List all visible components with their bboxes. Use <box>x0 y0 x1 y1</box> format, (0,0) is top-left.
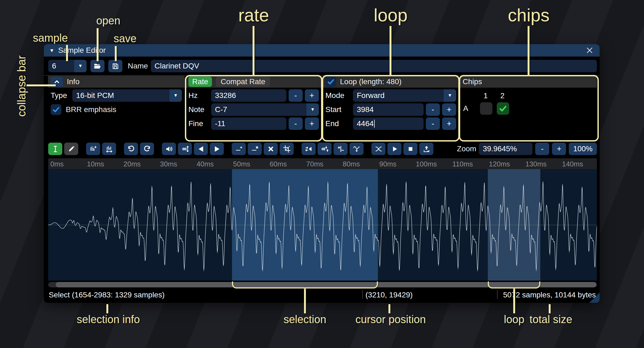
annotation-loop: loop <box>374 5 408 25</box>
timeline[interactable]: 0ms10ms20ms30ms40ms50ms60ms70ms80ms90ms1… <box>48 158 597 169</box>
window-title: Sample Editor <box>58 46 106 55</box>
filter-button[interactable] <box>349 143 364 155</box>
selection-bracket <box>232 281 378 288</box>
annotation-chips-box <box>459 75 599 142</box>
zoom-in-button[interactable]: + <box>552 143 566 155</box>
open-button[interactable] <box>90 60 104 72</box>
timeline-label: 90ms <box>379 160 397 168</box>
annotation-save: save <box>114 32 137 45</box>
redo-button[interactable] <box>140 143 154 155</box>
timeline-label: 70ms <box>306 160 323 168</box>
status-cursor-position: (3210, 19429) <box>365 291 413 299</box>
stop-preview-button[interactable] <box>403 143 417 155</box>
annotation-cursor-position-line <box>388 304 390 313</box>
open-folder-icon <box>94 62 101 70</box>
loop-bracket <box>488 281 541 288</box>
status-selection-info: Select (1654-2983: 1329 samples) <box>49 291 165 299</box>
waveform-canvas[interactable] <box>48 169 597 281</box>
zoom-label: Zoom <box>457 145 476 153</box>
zoom-reset-button[interactable]: 100% <box>569 143 597 155</box>
insert-silence-button[interactable] <box>232 143 246 155</box>
import-button[interactable] <box>419 143 433 155</box>
annotation-selection-line <box>304 287 306 313</box>
annotation-save-line <box>115 46 117 61</box>
timeline-label: 0ms <box>50 160 64 168</box>
amplify-button[interactable] <box>162 143 176 155</box>
annotation-loop-box <box>322 75 460 142</box>
annotation-selection: selection <box>283 313 326 326</box>
type-label: Type <box>51 91 70 100</box>
apply-silence-button[interactable] <box>248 143 262 155</box>
annotation-sample-line <box>66 45 68 61</box>
annotation-chips: chips <box>508 5 550 25</box>
sign-button[interactable] <box>334 143 348 155</box>
delete-button[interactable] <box>264 143 278 155</box>
timeline-label: 30ms <box>160 160 177 168</box>
close-icon[interactable] <box>585 46 594 55</box>
fade-in-button[interactable] <box>194 143 208 155</box>
fade-out-button[interactable] <box>210 143 224 155</box>
resize-grip[interactable] <box>589 293 600 303</box>
timeline-label: 40ms <box>197 160 214 168</box>
timeline-label: 100ms <box>416 160 437 168</box>
waveform-view[interactable] <box>48 169 597 281</box>
brr-emphasis-checkbox[interactable] <box>51 104 61 115</box>
sample-row: 6 ▼ Name Clarinet DQV <box>48 59 597 73</box>
timeline-label: 110ms <box>452 160 473 168</box>
save-button[interactable] <box>108 60 122 72</box>
sample-number-combo[interactable]: 6 ▼ <box>48 60 87 72</box>
annotation-sample: sample <box>33 32 68 44</box>
timeline-label: 10ms <box>87 160 104 168</box>
brr-emphasis-label: BRR emphasis <box>66 105 116 114</box>
timeline-label: 120ms <box>489 160 510 168</box>
annotation-selection-info-line <box>106 304 108 313</box>
chevron-down-icon: ▼ <box>169 89 182 102</box>
resize-button[interactable] <box>86 143 100 155</box>
zoom-out-button[interactable]: - <box>535 143 549 155</box>
name-input[interactable]: Clarinet DQV <box>151 60 597 72</box>
annotation-total-size-line <box>549 304 551 313</box>
page-background: ▼ Sample Editor 6 ▼ Name Clarinet DQV <box>0 0 644 348</box>
chevron-down-icon[interactable]: ▼ <box>74 60 87 72</box>
invert-button[interactable] <box>318 143 332 155</box>
check-icon <box>52 106 60 114</box>
annotation-open: open <box>96 15 120 27</box>
preview-button[interactable] <box>387 143 401 155</box>
annotation-selection-info: selection info <box>77 313 140 326</box>
window-collapse-icon[interactable]: ▼ <box>49 48 54 53</box>
timeline-label: 50ms <box>233 160 250 168</box>
annotation-total-size: total size <box>529 313 572 326</box>
edit-mode-select-button[interactable] <box>48 143 62 155</box>
save-floppy-icon <box>112 63 119 70</box>
edit-mode-draw-button[interactable] <box>64 143 78 155</box>
trim-button[interactable] <box>280 143 294 155</box>
reverse-button[interactable] <box>302 143 316 155</box>
normalize-button[interactable] <box>178 143 192 155</box>
toolbar-buttons <box>48 143 435 155</box>
zoom-field[interactable]: 39.9645% <box>479 143 532 155</box>
annotation-rate-line <box>253 26 254 76</box>
type-value: 16-bit PCM <box>76 91 114 100</box>
annotation-loop-line <box>390 26 391 76</box>
annotation-chips-line <box>528 26 529 76</box>
type-dropdown[interactable]: 16-bit PCM ▼ <box>72 89 182 102</box>
timeline-label: 60ms <box>270 160 287 168</box>
crossfade-button[interactable] <box>371 143 385 155</box>
resample-button[interactable] <box>102 143 116 155</box>
undo-button[interactable] <box>124 143 138 155</box>
status-divider <box>497 290 498 299</box>
status-total-size: 5072 samples, 10144 bytes <box>503 291 596 299</box>
info-panel: Info Type 16-bit PCM ▼ BRR emphasis <box>48 76 185 139</box>
status-divider <box>362 290 363 299</box>
title-bar[interactable]: ▼ Sample Editor <box>44 44 600 57</box>
annotation-cursor-position: cursor position <box>355 313 426 326</box>
annotation-collapse-bar-line <box>27 84 56 86</box>
annotation-rate: rate <box>238 5 269 25</box>
name-label: Name <box>128 62 148 70</box>
annotation-rate-box <box>185 75 322 142</box>
annotation-collapse-bar: collapse bar <box>15 55 28 117</box>
timeline-label: 140ms <box>562 160 583 168</box>
toolbar: Zoom 39.9645% - + 100% <box>48 143 597 155</box>
annotation-loop-points-line <box>513 287 515 313</box>
info-panel-title: Info <box>67 77 80 86</box>
